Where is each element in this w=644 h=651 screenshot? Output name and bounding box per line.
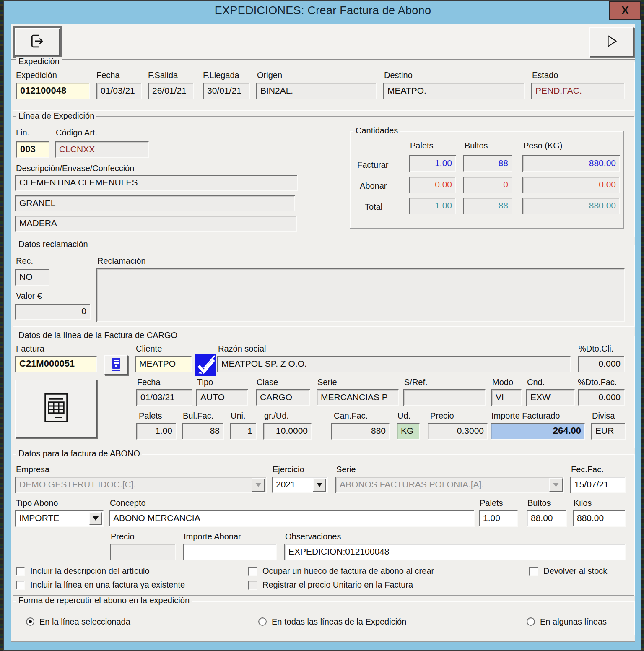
- clase-input[interactable]: CARGO: [256, 389, 310, 406]
- exit-button[interactable]: [13, 26, 62, 58]
- radio-linea-seleccionada[interactable]: [26, 617, 34, 626]
- checkbox-incluir-descripcion[interactable]: [16, 567, 25, 576]
- ejercicio-label: Ejercicio: [273, 465, 304, 474]
- chevron-down-icon[interactable]: [89, 512, 102, 525]
- kilos-label: Kilos: [574, 498, 592, 508]
- bul-fac-input[interactable]: 88: [182, 423, 224, 440]
- fsalida-input[interactable]: 26/01/21: [148, 83, 194, 99]
- codigo-art-label: Código Art.: [56, 128, 97, 138]
- uni-input[interactable]: 1: [230, 423, 257, 440]
- observaciones-input[interactable]: EXPEDICION:012100048: [284, 544, 626, 560]
- fec-fac-input[interactable]: 15/07/21: [570, 477, 626, 493]
- modo-input[interactable]: VI: [491, 389, 522, 406]
- codigo-art-input[interactable]: CLCNXX: [55, 141, 149, 158]
- facturar-palets: 1.00: [409, 155, 456, 172]
- radio-todas-lineas-label[interactable]: En todas las líneas de la Expedición: [272, 617, 406, 627]
- precio-label: Precio: [430, 411, 454, 421]
- importe-facturado-input: 264.00: [491, 423, 585, 440]
- lin-input[interactable]: 003: [16, 141, 49, 158]
- play-icon: [604, 34, 619, 50]
- kilos-input[interactable]: 880.00: [573, 510, 626, 527]
- tipo-abono-select[interactable]: IMPORTE: [15, 510, 104, 527]
- sref-label: S/Ref.: [404, 378, 428, 387]
- radio-algunas-lineas[interactable]: [527, 617, 535, 626]
- origen-label: Origen: [257, 70, 282, 80]
- fecha-input[interactable]: 01/03/21: [96, 83, 142, 99]
- ejercicio-select[interactable]: 2021: [272, 477, 328, 493]
- fllegada-input[interactable]: 30/01/21: [203, 83, 250, 99]
- close-button[interactable]: X: [609, 1, 641, 20]
- precio-input[interactable]: 0.3000: [428, 423, 488, 440]
- expedicion-label: Expedición: [16, 70, 57, 80]
- abono-bultos-input[interactable]: 88.00: [527, 510, 567, 527]
- estado-input[interactable]: PEND.FAC.: [531, 83, 625, 99]
- factura-input[interactable]: C21M000051: [15, 356, 97, 372]
- cliente-input[interactable]: MEATPO: [135, 356, 192, 372]
- empresa-label: Empresa: [16, 465, 49, 474]
- origen-input[interactable]: BIN2AL.: [256, 83, 377, 99]
- ud-input[interactable]: KG: [397, 423, 420, 440]
- text-cursor: [101, 272, 101, 284]
- gr-ud-input[interactable]: 10.0000: [263, 423, 312, 440]
- sref-input[interactable]: [403, 389, 486, 406]
- factura-lookup-button[interactable]: [104, 355, 128, 375]
- groupbox-cantidades-legend: Cantidades: [353, 126, 400, 135]
- invoice-icon: [43, 392, 70, 426]
- dto-cli-input[interactable]: 0.000: [578, 356, 625, 372]
- radio-algunas-lineas-label[interactable]: En algunas líneas: [540, 617, 607, 627]
- abono-palets-label: Palets: [480, 498, 503, 508]
- abonar-bultos: 0: [463, 177, 512, 193]
- checkbox-incluir-linea[interactable]: [16, 581, 25, 590]
- radio-todas-lineas[interactable]: [258, 617, 267, 626]
- dto-fac-input[interactable]: 0.000: [578, 389, 625, 406]
- valor-input[interactable]: 0: [15, 304, 91, 320]
- importe-abonar-input[interactable]: [183, 544, 277, 560]
- lin-label: Lin.: [16, 128, 29, 138]
- checkbox-ocupar-hueco-label[interactable]: Ocupar un hueco de factura de abono al c…: [262, 566, 434, 576]
- radio-linea-seleccionada-label[interactable]: En la línea seleccionada: [39, 617, 130, 627]
- descripcion-input[interactable]: CLEMENTINA CLEMENULES: [15, 175, 298, 191]
- run-button[interactable]: [589, 27, 634, 57]
- divisa-input[interactable]: EUR: [591, 423, 626, 440]
- abono-palets-input[interactable]: 1.00: [479, 510, 518, 527]
- descripcion-label: Descripción/Envase/Confección: [16, 164, 134, 173]
- checkbox-incluir-linea-label[interactable]: Incluir la línea en una factura ya exist…: [30, 580, 185, 590]
- tipo-input[interactable]: AUTO: [196, 389, 248, 406]
- abono-precio-input: [110, 544, 176, 560]
- checkbox-ocupar-hueco[interactable]: [248, 567, 257, 576]
- cargo-serie-label: Serie: [317, 378, 337, 387]
- can-fac-input[interactable]: 880: [331, 423, 390, 440]
- checkbox-registrar-precio-label: Registrar el precio Unitario en la Factu…: [262, 580, 413, 590]
- total-palets: 1.00: [409, 198, 456, 214]
- divisa-label: Divisa: [592, 411, 615, 421]
- dto-cli-label: %Dto.Cli.: [579, 344, 613, 354]
- checkbox-incluir-descripcion-label[interactable]: Incluir la descripción del artículo: [30, 566, 150, 576]
- cargo-palets-input[interactable]: 1.00: [136, 423, 177, 440]
- razon-social-label: Razón social: [218, 344, 266, 354]
- concepto-input[interactable]: ABONO MERCANCIA: [109, 510, 475, 527]
- envase-input[interactable]: GRANEL: [15, 195, 295, 211]
- cargo-fecha-input[interactable]: 01/03/21: [136, 389, 192, 406]
- tipo-abono-label: Tipo Abono: [16, 498, 58, 508]
- cargo-serie-input[interactable]: MERCANCIAS P: [317, 389, 399, 406]
- cliente-label: Cliente: [136, 344, 162, 354]
- rec-input[interactable]: NO: [15, 269, 49, 286]
- checkbox-devolver-stock-label[interactable]: Devolver al stock: [543, 566, 607, 576]
- fsalida-label: F.Salida: [148, 70, 178, 80]
- chevron-down-icon: [252, 478, 265, 492]
- chevron-down-icon[interactable]: [313, 478, 326, 492]
- cnd-input[interactable]: EXW: [526, 389, 575, 406]
- expedicion-input[interactable]: 012100048: [16, 83, 90, 99]
- razon-social-input[interactable]: MEATPOL SP. Z O.O.: [217, 356, 571, 372]
- cliente-verify-icon[interactable]: [195, 354, 216, 376]
- ud-label: Ud.: [397, 411, 410, 421]
- create-invoice-button[interactable]: [15, 380, 97, 438]
- fllegada-label: F.Llegada: [203, 70, 239, 80]
- clase-label: Clase: [257, 378, 278, 387]
- destino-input[interactable]: MEATPO.: [383, 83, 525, 99]
- importe-facturado-label: Importe Facturado: [491, 411, 560, 421]
- checkbox-devolver-stock[interactable]: [529, 567, 538, 576]
- confeccion-input[interactable]: MADERA: [15, 216, 297, 232]
- document-icon: [111, 357, 122, 373]
- reclamacion-textarea[interactable]: [96, 268, 625, 322]
